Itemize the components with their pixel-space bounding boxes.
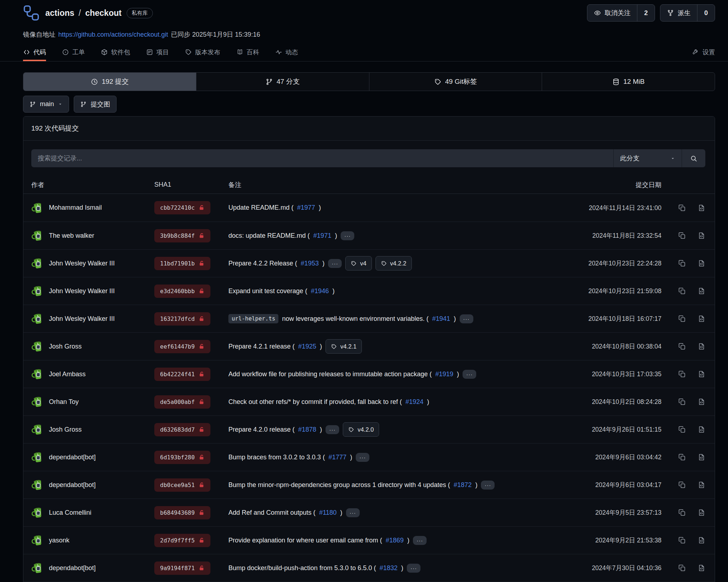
browse-source-at-commit-button[interactable] — [697, 564, 705, 572]
copy-sha-button[interactable] — [678, 509, 686, 517]
browse-source-at-commit-button[interactable] — [697, 426, 705, 433]
avatar[interactable] — [31, 229, 44, 242]
avatar[interactable] — [31, 201, 44, 215]
summary-size[interactable]: 12 MiB — [542, 73, 715, 91]
copy-sha-button[interactable] — [678, 536, 686, 544]
issue-link[interactable]: #1777 — [328, 454, 346, 461]
issue-link[interactable]: #1941 — [432, 315, 450, 323]
unwatch-button[interactable]: 取消关注 — [587, 5, 637, 21]
author-name[interactable]: dependabot[bot] — [49, 481, 96, 489]
issue-link[interactable]: #1977 — [297, 204, 315, 212]
author-name[interactable]: The web walker — [49, 232, 94, 240]
browse-source-at-commit-button[interactable] — [697, 398, 705, 406]
issue-link[interactable]: #1869 — [386, 537, 404, 544]
author-name[interactable]: Josh Gross — [49, 426, 82, 433]
summary-commits[interactable]: 192 提交 — [23, 73, 196, 91]
issue-link[interactable]: #1971 — [313, 232, 331, 240]
tab-code[interactable]: 代码 — [23, 45, 46, 61]
repo-name-link[interactable]: checkout — [85, 8, 122, 18]
author-name[interactable]: yasonk — [49, 537, 69, 544]
tab-activity[interactable]: 动态 — [275, 45, 298, 61]
avatar[interactable] — [31, 450, 44, 464]
commit-sha-badge[interactable]: 2d7d9f7ff5 — [154, 534, 210, 547]
avatar[interactable] — [31, 506, 44, 519]
tab-packages[interactable]: 软件包 — [101, 45, 130, 61]
issue-link[interactable]: #1925 — [298, 343, 316, 350]
browse-source-at-commit-button[interactable] — [697, 453, 705, 461]
mirror-url-link[interactable]: https://github.com/actions/checkout.git — [58, 31, 168, 38]
tag-pill[interactable]: v4.2.2 — [376, 256, 412, 270]
commit-graph-button[interactable]: 提交图 — [74, 96, 117, 113]
copy-sha-button[interactable] — [678, 426, 686, 433]
commit-sha-badge[interactable]: 163217dfcd — [154, 312, 210, 326]
fork-button[interactable]: 派生 — [660, 5, 697, 21]
author-name[interactable]: Luca Comellini — [49, 509, 91, 517]
expand-commit-message-button[interactable]: ··· — [407, 564, 420, 573]
browse-source-at-commit-button[interactable] — [697, 370, 705, 378]
avatar[interactable] — [31, 340, 44, 353]
copy-sha-button[interactable] — [678, 315, 686, 323]
summary-branches[interactable]: 47 分支 — [196, 73, 369, 91]
browse-source-at-commit-button[interactable] — [697, 509, 705, 517]
commit-sha-badge[interactable]: cbb722410c — [154, 201, 210, 214]
tab-wiki[interactable]: 百科 — [236, 45, 259, 61]
browse-source-at-commit-button[interactable] — [697, 536, 705, 544]
branch-select-button[interactable]: main — [23, 96, 69, 113]
search-commits-button[interactable] — [682, 149, 705, 167]
issue-link[interactable]: #1180 — [319, 509, 337, 517]
avatar[interactable] — [31, 284, 44, 298]
copy-sha-button[interactable] — [678, 342, 686, 350]
browse-source-at-commit-button[interactable] — [697, 342, 705, 350]
expand-commit-message-button[interactable]: ··· — [481, 481, 495, 490]
issue-link[interactable]: #1832 — [379, 564, 397, 572]
tab-projects[interactable]: 项目 — [146, 45, 169, 61]
copy-sha-button[interactable] — [678, 564, 686, 572]
avatar[interactable] — [31, 478, 44, 492]
avatar[interactable] — [31, 561, 44, 575]
avatar[interactable] — [31, 312, 44, 326]
browse-source-at-commit-button[interactable] — [697, 259, 705, 267]
author-name[interactable]: Orhan Toy — [49, 398, 79, 406]
avatar[interactable] — [31, 367, 44, 381]
expand-commit-message-button[interactable]: ··· — [346, 508, 360, 517]
browse-source-at-commit-button[interactable] — [697, 481, 705, 489]
tag-pill[interactable]: v4 — [345, 256, 372, 270]
copy-sha-button[interactable] — [678, 259, 686, 267]
repo-owner-link[interactable]: actions — [45, 8, 74, 18]
expand-commit-message-button[interactable]: ··· — [328, 259, 342, 268]
browse-source-at-commit-button[interactable] — [697, 287, 705, 295]
browse-source-at-commit-button[interactable] — [697, 204, 705, 212]
tab-issues[interactable]: 工单 — [62, 45, 85, 61]
browse-source-at-commit-button[interactable] — [697, 315, 705, 323]
tab-settings[interactable]: 设置 — [692, 45, 715, 61]
copy-sha-button[interactable] — [678, 204, 686, 212]
fork-count[interactable]: 0 — [697, 5, 715, 21]
summary-tags[interactable]: 49 Git标签 — [369, 73, 542, 91]
avatar[interactable] — [31, 423, 44, 436]
avatar[interactable] — [31, 395, 44, 409]
expand-commit-message-button[interactable]: ··· — [460, 314, 473, 323]
commit-sha-badge[interactable]: 9a9194f871 — [154, 561, 210, 575]
author-name[interactable]: dependabot[bot] — [49, 454, 96, 461]
commit-sha-badge[interactable]: db0cee9a51 — [154, 478, 210, 492]
browse-source-at-commit-button[interactable] — [697, 232, 705, 240]
copy-sha-button[interactable] — [678, 481, 686, 489]
commit-sha-badge[interactable]: 6d193bf280 — [154, 451, 210, 464]
search-commits-input[interactable] — [31, 149, 613, 167]
issue-link[interactable]: #1946 — [311, 287, 329, 295]
expand-commit-message-button[interactable]: ··· — [463, 370, 476, 379]
issue-link[interactable]: #1872 — [454, 481, 472, 489]
watch-count[interactable]: 2 — [637, 5, 655, 21]
author-name[interactable]: dependabot[bot] — [49, 564, 96, 572]
author-name[interactable]: Mohammad Ismail — [49, 204, 102, 212]
issue-link[interactable]: #1878 — [298, 426, 316, 433]
commit-sha-badge[interactable]: d632683dd7 — [154, 423, 210, 436]
author-name[interactable]: Josh Gross — [49, 343, 82, 350]
author-name[interactable]: John Wesley Walker III — [49, 287, 115, 295]
avatar[interactable] — [31, 256, 44, 270]
expand-commit-message-button[interactable]: ··· — [413, 536, 427, 545]
copy-sha-button[interactable] — [678, 370, 686, 378]
commit-sha-badge[interactable]: 6b42224f41 — [154, 368, 210, 381]
commit-sha-badge[interactable]: 11bd71901b — [154, 257, 210, 270]
tag-pill[interactable]: v4.2.0 — [343, 422, 379, 437]
